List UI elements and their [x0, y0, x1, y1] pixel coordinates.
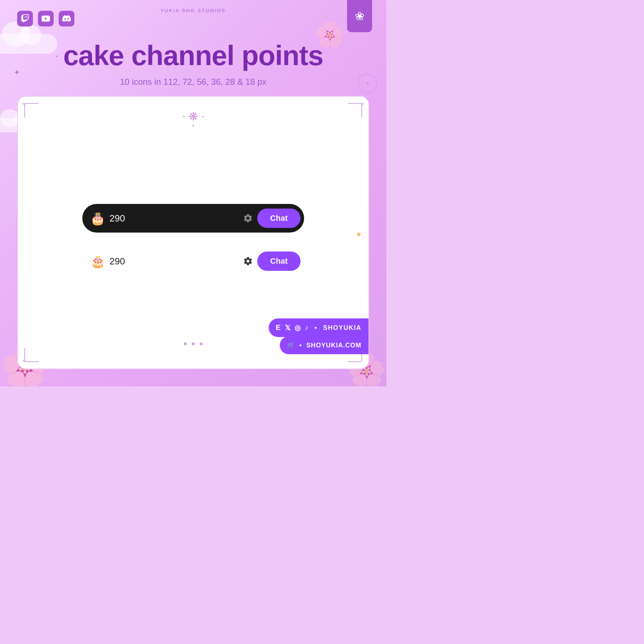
chat-button-light[interactable]: Chat: [257, 252, 301, 271]
cloud-topleft: [0, 34, 57, 54]
social-bar-icons: Ε 𝕏 ◎ ♪: [276, 323, 309, 332]
discord-svg: [62, 14, 71, 23]
separator-social: •: [314, 324, 317, 332]
youtube-icon[interactable]: [38, 11, 54, 26]
deco-circle: ✦: [358, 73, 377, 93]
flower-badge: ❀: [347, 0, 372, 32]
dot-3: [200, 342, 203, 345]
website-url: SHOYUKIA.COM: [306, 342, 361, 349]
subtitle: 10 icons in 112, 72, 56, 36, 28 & 18 px: [120, 77, 267, 87]
dot-2: [192, 342, 195, 345]
instagram-icon: ◎: [294, 323, 301, 332]
points-light: 290: [109, 256, 239, 267]
sparkle-2: ✦: [55, 54, 58, 58]
corner-sparkle-tl: ✦: [21, 100, 27, 108]
chat-button-dark[interactable]: Chat: [257, 209, 301, 228]
social-handle: SHOYUKIA: [323, 324, 361, 332]
chat-bar-dark: 🎂 290 Chat: [82, 204, 304, 233]
settings-icon-light[interactable]: [243, 256, 253, 266]
settings-icon-dark[interactable]: [243, 213, 253, 223]
cart-icon: 🛒: [287, 341, 295, 349]
separator-website: •: [299, 342, 302, 349]
sparkle-1: ✦: [14, 68, 20, 77]
bottom-dots: [184, 342, 203, 345]
website-bar: 🛒 • SHOYUKIA.COM: [280, 336, 369, 354]
brand-text: YUKIA SHO STUDIOS: [161, 8, 226, 13]
social-icons-topleft: [17, 11, 74, 26]
page-wrapper: 🌸 🌸 🌸 YUKIA SHO STUDIOS ❀ ✦ ✦ ✦ ✦: [0, 0, 386, 386]
dot-accent-r: [357, 233, 361, 236]
twitch-icon[interactable]: [17, 11, 33, 26]
social-bar: Ε 𝕏 ◎ ♪ • SHOYUKIA: [269, 318, 369, 337]
twitter-icon: 𝕏: [285, 323, 291, 332]
discord-icon[interactable]: [59, 11, 74, 26]
etsy-icon: Ε: [276, 323, 281, 332]
chat-bar-light: 🎂 290 Chat: [82, 247, 304, 275]
sakura-decoration: ✦ ❋ ✦ •: [182, 111, 205, 128]
points-dark: 290: [109, 213, 239, 224]
youtube-svg: [42, 14, 50, 23]
main-card: ✦ ✦ ✦ ✦ ❋ ✦ • 🎂 290 Chat: [17, 96, 369, 369]
main-title: cake channel points: [63, 39, 323, 72]
twitch-svg: [21, 14, 29, 23]
cake-icon-dark: 🎂: [90, 211, 105, 225]
corner-sparkle-tr: ✦: [360, 100, 365, 108]
cake-icon-light: 🎂: [90, 254, 105, 268]
corner-sparkle-bl: ✦: [21, 357, 27, 365]
dot-1: [184, 342, 187, 345]
tiktok-icon: ♪: [305, 323, 309, 332]
